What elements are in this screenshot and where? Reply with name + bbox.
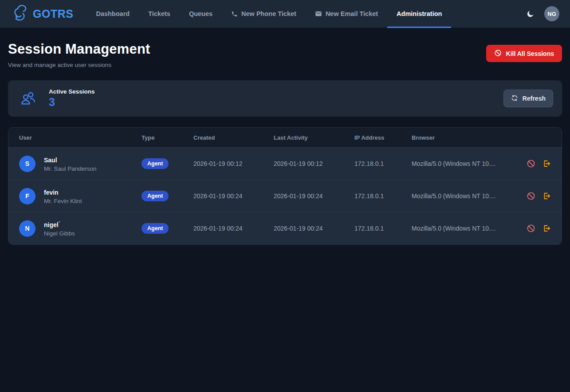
nav-item-queues[interactable]: Queues [180,0,222,28]
type-cell: Agent [142,158,193,169]
created-cell: 2026-01-19 00:12 [193,160,274,167]
avatar: N [19,220,35,237]
navbar-right: NG [526,6,559,21]
user-cell: S Saul Mr. Saul Panderson [19,155,142,172]
current-session-marker: * [59,220,60,225]
header-ip-address: IP Address [354,134,412,141]
user-cell: N nigel* Nigel Gibbs [19,220,142,237]
ban-icon[interactable] [527,192,535,200]
page-header: Session Management View and manage activ… [8,41,562,68]
header-browser: Browser [412,134,515,141]
nav-item-label: Dashboard [96,10,130,17]
row-actions [515,159,551,168]
last-activity-cell: 2026-01-19 00:24 [274,225,354,232]
ban-icon[interactable] [527,224,535,233]
type-badge: Agent [142,158,169,169]
page-title: Session Management [8,41,150,57]
nav-item-label: Queues [189,10,212,17]
ip-cell: 172.18.0.1 [354,160,412,167]
user-avatar[interactable]: NG [544,6,559,21]
table-header-row: User Type Created Last Activity IP Addre… [8,128,562,147]
user-names: nigel* Nigel Gibbs [44,220,75,237]
logout-icon[interactable] [542,224,551,233]
table-row: F fevin Mr. Fevin Klint Agent 2026-01-19… [8,180,562,212]
username: Saul [44,155,97,164]
nav-item-new-phone-ticket[interactable]: New Phone Ticket [222,0,306,28]
page-header-text: Session Management View and manage activ… [8,41,150,68]
header-created: Created [193,134,274,141]
ban-icon[interactable] [527,159,535,168]
logout-icon[interactable] [542,192,551,200]
type-badge: Agent [142,223,169,234]
header-last-activity: Last Activity [274,134,354,141]
table-row: N nigel* Nigel Gibbs Agent 2026-01-19 00… [8,212,562,244]
refresh-button[interactable]: Refresh [503,90,553,107]
users-icon [20,90,37,106]
created-cell: 2026-01-19 00:24 [193,225,274,232]
created-cell: 2026-01-19 00:24 [193,192,274,200]
kill-all-sessions-button[interactable]: Kill All Sessions [486,45,562,62]
top-navbar: GOTRS Dashboard Tickets Queues New Phone… [0,0,570,28]
active-sessions-text: Active Sessions 3 [49,88,95,109]
nav-item-label: New Phone Ticket [241,10,296,17]
user-names: fevin Mr. Fevin Klint [44,188,82,205]
browser-cell: Mozilla/5.0 (Windows NT 10.... [412,225,515,232]
last-activity-cell: 2026-01-19 00:12 [274,160,354,167]
main-nav: Dashboard Tickets Queues New Phone Ticke… [86,0,451,28]
refresh-label: Refresh [523,95,546,102]
username: fevin [44,188,82,196]
sessions-table: User Type Created Last Activity IP Addre… [8,127,562,245]
ip-cell: 172.18.0.1 [354,192,412,200]
row-actions [515,192,551,200]
nav-item-tickets[interactable]: Tickets [139,0,180,28]
active-sessions-label: Active Sessions [49,88,95,95]
type-badge: Agent [142,191,169,201]
user-cell: F fevin Mr. Fevin Klint [19,188,142,205]
active-sessions-count: 3 [49,96,95,109]
nav-item-label: New Email Ticket [326,10,378,17]
brand-name: GOTRS [33,8,73,20]
header-user: User [19,134,142,141]
envelope-icon [315,10,322,17]
table-row: S Saul Mr. Saul Panderson Agent 2026-01-… [8,147,562,180]
type-cell: Agent [142,191,193,201]
nav-item-new-email-ticket[interactable]: New Email Ticket [306,0,387,28]
user-names: Saul Mr. Saul Panderson [44,155,97,172]
header-type: Type [142,134,193,141]
avatar: F [19,188,35,204]
kill-all-sessions-label: Kill All Sessions [506,50,554,57]
nav-item-label: Tickets [148,10,170,17]
fullname: Nigel Gibbs [44,230,75,237]
fullname: Mr. Fevin Klint [44,198,82,204]
refresh-icon [511,94,518,103]
avatar: S [19,156,35,172]
type-cell: Agent [142,223,193,234]
logout-icon[interactable] [542,159,551,168]
phone-icon [231,11,238,17]
moon-icon[interactable] [526,10,535,18]
browser-cell: Mozilla/5.0 (Windows NT 10.... [412,160,515,167]
brand-logo[interactable]: GOTRS [11,4,73,24]
fullname: Mr. Saul Panderson [44,165,97,172]
nav-item-administration[interactable]: Administration [387,0,451,28]
username: nigel* [44,220,75,228]
last-activity-cell: 2026-01-19 00:24 [274,192,354,200]
ban-icon [494,49,502,58]
ip-cell: 172.18.0.1 [354,225,412,232]
nav-item-dashboard[interactable]: Dashboard [86,0,139,28]
nav-item-label: Administration [397,10,442,17]
goat-icon [11,4,29,24]
browser-cell: Mozilla/5.0 (Windows NT 10.... [412,192,515,200]
main-content: Session Management View and manage activ… [0,41,570,245]
page-subtitle: View and manage active user sessions [8,62,150,68]
active-sessions-card: Active Sessions 3 Refresh [8,80,562,117]
row-actions [515,224,551,233]
